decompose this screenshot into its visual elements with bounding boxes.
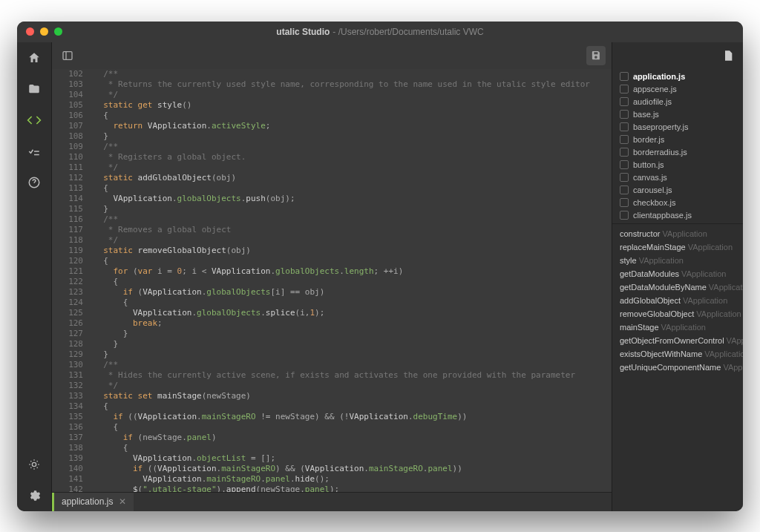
code-line[interactable]: * Removes a global object bbox=[94, 225, 612, 235]
code-line[interactable]: static get style() bbox=[94, 100, 612, 111]
outline-name: addGlobalObject bbox=[620, 296, 681, 305]
code-line[interactable]: /** bbox=[94, 142, 612, 152]
code-line[interactable]: */ bbox=[94, 90, 612, 100]
outline-item[interactable]: getDataModuleByNameVApplication bbox=[612, 280, 743, 294]
nav-folder[interactable] bbox=[26, 81, 42, 97]
outline-item[interactable]: replaceMainStageVApplication bbox=[612, 240, 743, 254]
outline-item[interactable]: addGlobalObjectVApplication bbox=[612, 294, 743, 307]
panel-toggle-button[interactable] bbox=[58, 46, 77, 65]
file-item[interactable]: base.js bbox=[612, 108, 743, 121]
code-line[interactable]: { bbox=[94, 183, 612, 194]
file-item[interactable]: checkbox.js bbox=[612, 197, 743, 209]
app-name: utalic Studio bbox=[276, 27, 330, 37]
file-item[interactable]: borderradius.js bbox=[612, 146, 743, 159]
code-line[interactable]: /** bbox=[94, 360, 612, 370]
tab-application-js[interactable]: application.js ✕ bbox=[52, 493, 134, 511]
code-line[interactable]: VApplication.globalObjects.splice(i,1); bbox=[94, 308, 612, 318]
outline-item[interactable]: getDataModulesVApplication bbox=[612, 267, 743, 280]
file-icon bbox=[722, 49, 734, 62]
file-item[interactable]: audiofile.js bbox=[612, 96, 743, 108]
file-icon bbox=[620, 173, 629, 182]
code-line[interactable]: static removeGlobalObject(obj) bbox=[94, 246, 612, 256]
code-line[interactable]: if (newStage.panel) bbox=[94, 433, 612, 443]
file-item[interactable]: canvas.js bbox=[612, 171, 743, 184]
zoom-window-button[interactable] bbox=[54, 27, 62, 36]
file-item[interactable]: application.js bbox=[612, 70, 743, 83]
save-button[interactable] bbox=[586, 46, 606, 65]
close-icon[interactable]: ✕ bbox=[119, 496, 126, 507]
nav-settings[interactable] bbox=[26, 487, 42, 504]
file-item[interactable]: baseproperty.js bbox=[612, 121, 743, 134]
code-line[interactable]: { bbox=[94, 256, 612, 266]
outline-name: removeGlobalObject bbox=[620, 309, 694, 318]
code-line[interactable]: break; bbox=[94, 318, 612, 329]
file-item[interactable]: appscene.js bbox=[612, 83, 743, 96]
outline-item[interactable]: getObjectFromOwnerControlVApplicatio bbox=[612, 334, 743, 347]
code-line[interactable]: { bbox=[94, 298, 612, 308]
code-line[interactable]: static addGlobalObject(obj) bbox=[94, 173, 612, 183]
file-icon bbox=[620, 122, 629, 131]
code-line[interactable]: static set mainStage(newStage) bbox=[94, 391, 612, 401]
code-line[interactable]: { bbox=[94, 422, 612, 433]
code-editor[interactable]: 1021031041051061071081091101111121131141… bbox=[52, 69, 612, 492]
close-window-button[interactable] bbox=[26, 27, 34, 36]
code-line[interactable]: { bbox=[94, 401, 612, 412]
nav-code[interactable] bbox=[26, 112, 42, 128]
file-item[interactable]: clientappbase.js bbox=[612, 209, 743, 222]
outline-item[interactable]: styleVApplication bbox=[612, 254, 743, 267]
file-item[interactable]: carousel.js bbox=[612, 184, 743, 197]
code-line[interactable]: { bbox=[94, 443, 612, 453]
sidebar-icon bbox=[62, 50, 73, 62]
code-line[interactable]: if ((VApplication.mainStageRO) && (VAppl… bbox=[94, 464, 612, 474]
code-line[interactable]: return VApplication.activeStyle; bbox=[94, 121, 612, 131]
nav-todo[interactable] bbox=[26, 143, 42, 160]
code-line[interactable]: $(".utalic-stage").append(newStage.panel… bbox=[94, 485, 612, 492]
new-file-button[interactable] bbox=[722, 49, 734, 62]
outline-name: getUniqueComponentName bbox=[620, 363, 721, 372]
file-list[interactable]: application.jsappscene.jsaudiofile.jsbas… bbox=[612, 69, 743, 223]
outline-name: style bbox=[620, 256, 637, 265]
file-label: baseproperty.js bbox=[633, 122, 688, 131]
code-line[interactable]: if ((VApplication.mainStageRO != newStag… bbox=[94, 412, 612, 422]
code-area[interactable]: /** * Returns the currently used style n… bbox=[89, 69, 612, 492]
code-line[interactable]: { bbox=[94, 111, 612, 121]
code-line[interactable]: } bbox=[94, 349, 612, 360]
nav-help[interactable] bbox=[26, 174, 42, 191]
file-label: base.js bbox=[633, 110, 659, 119]
minimize-window-button[interactable] bbox=[40, 27, 48, 36]
outline-item[interactable]: constructorVApplication bbox=[612, 227, 743, 240]
code-line[interactable]: */ bbox=[94, 381, 612, 391]
code-line[interactable]: { bbox=[94, 277, 612, 287]
left-nav bbox=[17, 42, 51, 511]
code-line[interactable]: VApplication.mainStageRO.panel.hide(); bbox=[94, 474, 612, 485]
outline-item[interactable]: removeGlobalObjectVApplication bbox=[612, 307, 743, 321]
nav-home[interactable] bbox=[26, 50, 42, 66]
code-line[interactable]: for (var i = 0; i < VApplication.globalO… bbox=[94, 266, 612, 277]
outline-item[interactable]: getUniqueComponentNameVApplicatio bbox=[612, 361, 743, 374]
outline-list[interactable]: constructorVApplicationreplaceMainStageV… bbox=[612, 223, 743, 511]
outline-item[interactable]: existsObjectWithNameVApplication bbox=[612, 347, 743, 361]
code-line[interactable]: VApplication.objectList = []; bbox=[94, 453, 612, 464]
code-line[interactable]: } bbox=[94, 131, 612, 142]
outline-class: VApplication bbox=[704, 349, 743, 358]
nav-theme[interactable] bbox=[26, 456, 42, 473]
code-line[interactable]: } bbox=[94, 204, 612, 214]
file-icon bbox=[620, 160, 629, 169]
code-line[interactable]: * Hides the currently active scene, if e… bbox=[94, 370, 612, 381]
code-line[interactable]: } bbox=[94, 339, 612, 349]
window-title: utalic Studio - /Users/robert/Documents/… bbox=[276, 27, 483, 37]
help-icon bbox=[27, 176, 41, 189]
code-line[interactable]: */ bbox=[94, 162, 612, 173]
outline-item[interactable]: mainStageVApplication bbox=[612, 321, 743, 334]
code-line[interactable]: * Registers a global object. bbox=[94, 152, 612, 162]
code-line[interactable]: /** bbox=[94, 69, 612, 79]
file-item[interactable]: border.js bbox=[612, 134, 743, 146]
checklist-icon bbox=[27, 145, 41, 158]
code-line[interactable]: VApplication.globalObjects.push(obj); bbox=[94, 194, 612, 204]
code-line[interactable]: * Returns the currently used style name,… bbox=[94, 79, 612, 90]
code-line[interactable]: } bbox=[94, 329, 612, 339]
code-line[interactable]: /** bbox=[94, 214, 612, 225]
code-line[interactable]: if (VApplication.globalObjects[i] == obj… bbox=[94, 287, 612, 298]
file-item[interactable]: button.js bbox=[612, 159, 743, 171]
code-line[interactable]: */ bbox=[94, 235, 612, 246]
